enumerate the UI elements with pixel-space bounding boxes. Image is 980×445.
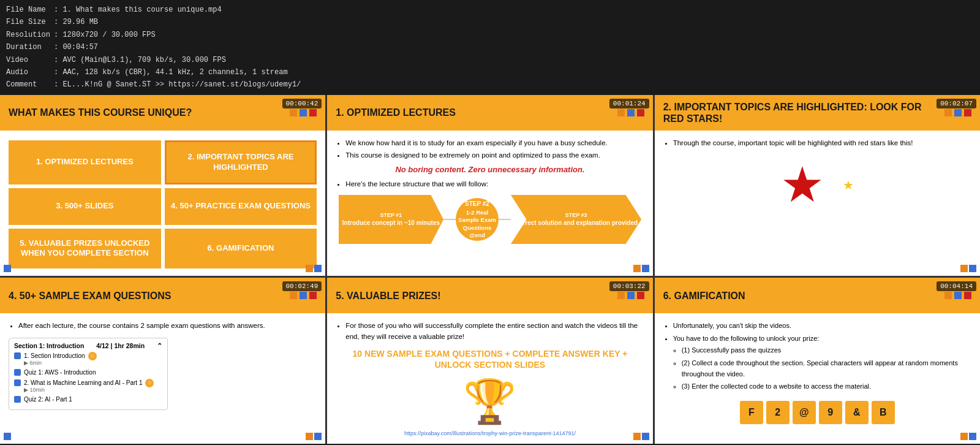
slide-6-bullets: Unfortunately, you can't skip the videos…: [673, 321, 971, 392]
course-item-4: Quiz 2: AI - Part 1: [14, 395, 162, 403]
corner-blue2-icon: [314, 265, 322, 272]
slide-5-header: 5. VALUABLE PRIZES!: [327, 278, 652, 313]
filename-value: : 1. What makes this course unique.mp4: [54, 4, 304, 16]
no-boring-text: No boring content. Zero unnecessary info…: [336, 165, 644, 174]
slide-5-body: For those of you who will successfully c…: [327, 313, 652, 444]
blue-dot-icon: [300, 109, 307, 116]
blue-dot-icon: [300, 292, 307, 299]
slide-5: 5. VALUABLE PRIZES! 00:03:22 For those o…: [327, 278, 652, 444]
corner-blue2-icon: [969, 433, 976, 440]
small-star-icon: ★: [843, 178, 854, 192]
code-box-2: @: [793, 401, 816, 424]
step-1: STEP #1 Introduce concept in ~10 minutes: [339, 195, 443, 244]
corner-blue2-icon: [642, 433, 649, 440]
audio-label: Audio: [6, 66, 54, 78]
corner-dots-1: [306, 265, 322, 272]
slide-1-timestamp: 00:00:42: [282, 99, 322, 108]
course-section-box: Section 1: Introduction 4/12 | 1hr 28min…: [9, 338, 168, 410]
slide-2-timestamp: 00:01:24: [609, 99, 649, 108]
corner-blue-icon: [4, 433, 11, 440]
slide-3-body: Through the course, important topic will…: [655, 131, 980, 217]
filesize-label: File Size: [6, 16, 54, 28]
corner-blue2-icon: [642, 265, 649, 272]
step-3-desc: Correct solution and explanation provide…: [514, 219, 638, 227]
star-container: ★ ★: [663, 161, 971, 210]
code-boxes: F 2 @ 9 & B: [663, 401, 971, 424]
checkbox-3: [14, 379, 21, 386]
slide-1: WHAT MAKES THIS COURSE UNIQUE? 00:00:42 …: [0, 95, 325, 276]
slide-1-title: WHAT MAKES THIS COURSE UNIQUE?: [9, 107, 284, 118]
unique-cell-1: 1. OPTIMIZED LECTURES: [9, 140, 161, 184]
red-dot-icon: [637, 109, 644, 116]
slide-6-sub-0: (1) Successfully pass the quizzes: [682, 345, 971, 356]
step-3-label: STEP #3: [565, 212, 587, 219]
slide-6-bullet-1: Unfortunately, you can't skip the videos…: [673, 321, 971, 332]
step-2-desc: 1-2 Real Sample Exam Questions @end: [458, 209, 496, 239]
corner-orange-icon: [960, 265, 968, 272]
orange-dot-icon: [944, 292, 952, 299]
orange-dot-icon: [944, 109, 952, 116]
corner-orange-icon: [306, 433, 313, 440]
unique-cell-3: 3. 500+ SLIDES: [9, 188, 161, 225]
checkbox-4: [14, 396, 21, 403]
file-info-panel: File Name : 1. What makes this course un…: [0, 0, 980, 95]
slide-4-title: 4. 50+ SAMPLE EXAM QUESTIONS: [9, 290, 284, 302]
slide-6-sub-bullets: (1) Successfully pass the quizzes(2) Col…: [682, 345, 971, 392]
slide-1-body: 1. OPTIMIZED LECTURES 2. IMPORTANT TOPIC…: [0, 131, 325, 276]
unique-cell-5: 5. VALUABLE PRIZES UNLOCKED WHEN YOU COM…: [9, 229, 161, 269]
course-item-3: 2. What is Machine Learning and AI - Par…: [14, 379, 162, 393]
code-box-3: 9: [819, 401, 842, 424]
slide-5-header-icons: [617, 292, 644, 299]
corner-dots-3: [960, 265, 976, 272]
slide-4-timestamp: 00:02:49: [282, 281, 322, 291]
corner-dots-2: [633, 265, 649, 272]
slide-5-timestamp: 00:03:22: [609, 281, 649, 291]
comment-label: Comment: [6, 78, 54, 91]
slide-1-header: WHAT MAKES THIS COURSE UNIQUE?: [0, 95, 325, 131]
red-dot-icon: [964, 109, 971, 116]
blue-dot-icon: [954, 109, 962, 116]
item-label-1: 1. Section Introduction: [24, 352, 85, 360]
unique-grid: 1. OPTIMIZED LECTURES 2. IMPORTANT TOPIC…: [9, 140, 317, 269]
slide-3-header: 2. IMPORTANT TOPICS ARE HIGHLIGHTED: LOO…: [655, 95, 980, 131]
item-label-3: 2. What is Machine Learning and AI - Par…: [24, 379, 142, 387]
slide-3: 2. IMPORTANT TOPICS ARE HIGHLIGHTED: LOO…: [655, 95, 980, 276]
video-label: Video: [6, 54, 54, 66]
slide-2-header-icons: [617, 109, 644, 116]
slide-3-timestamp: 00:02:07: [937, 99, 976, 108]
slide-2-bullet2: This course is designed to be extremely …: [345, 150, 644, 160]
slide-3-title: 2. IMPORTANT TOPICS ARE HIGHLIGHTED: LOO…: [663, 101, 938, 124]
red-dot-icon: [964, 292, 971, 299]
slide-4-header: 4. 50+ SAMPLE EXAM QUESTIONS: [0, 278, 325, 313]
step-connector-2: [499, 219, 511, 220]
blue-dot-icon: [627, 292, 635, 299]
slide-6-bullet-2: You have to do the following to unlock y…: [673, 333, 971, 392]
slide-2: 1. OPTIMIZED LECTURES 00:01:24 We know h…: [327, 95, 652, 276]
item-label-4: Quiz 2: AI - Part 1: [24, 395, 72, 403]
corner-orange-icon: [960, 433, 968, 440]
corner-orange-icon: [306, 265, 313, 272]
item-badge-1: ☆: [88, 352, 97, 360]
corner-orange-icon: [633, 433, 641, 440]
corner-blue2-icon: [314, 433, 322, 440]
red-dot-icon: [309, 109, 317, 116]
item-label-2: Quiz 1: AWS - Introduction: [24, 368, 96, 376]
section-count: 4/12 | 1hr 28min: [96, 342, 145, 349]
steps-container: STEP #1 Introduce concept in ~10 minutes…: [336, 195, 644, 244]
checkbox-2: [14, 369, 21, 376]
orange-dot-icon: [617, 292, 625, 299]
orange-dot-icon: [290, 109, 297, 116]
resolution-value: : 1280x720 / 30.000 FPS: [54, 29, 304, 41]
checkbox-1: [14, 352, 21, 359]
corner-dots-4: [306, 433, 322, 440]
chevron-icon: ⌃: [157, 342, 162, 349]
comment-value: : EL...K!nG @ Sanet.ST >> https://sanet.…: [54, 78, 304, 91]
slide-2-bullet3: Here's the lecture structure that we wil…: [345, 179, 644, 189]
slide-6-timestamp: 00:04:14: [937, 281, 976, 291]
item-badge-3: ☆: [145, 379, 154, 387]
prize-text: 10 NEW SAMPLE EXAM QUESTIONS + COMPLETE …: [336, 348, 644, 370]
corner-orange-icon: [633, 265, 641, 272]
blue-dot-icon: [954, 292, 962, 299]
step-1-label: STEP #1: [380, 212, 402, 219]
slide-4: 4. 50+ SAMPLE EXAM QUESTIONS 00:02:49 Af…: [0, 278, 325, 444]
